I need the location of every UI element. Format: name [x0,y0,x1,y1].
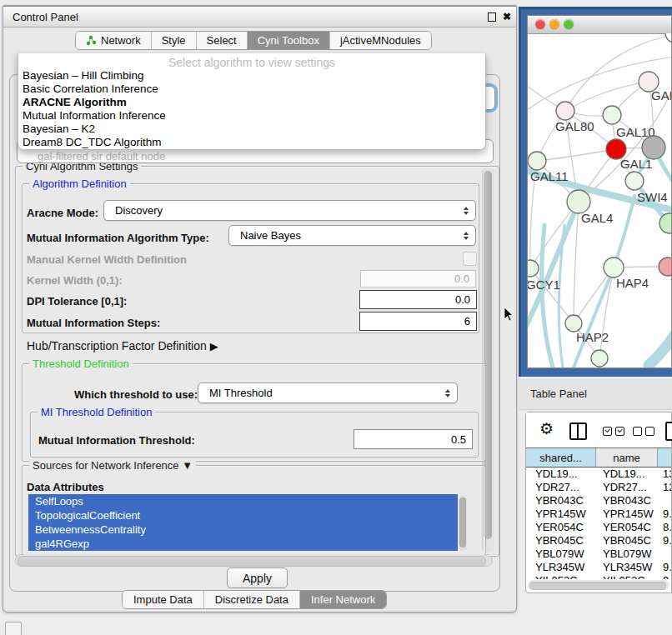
zoom-traffic-light[interactable] [564,19,574,29]
network-node[interactable] [567,190,590,213]
network-node[interactable] [659,258,671,276]
tab-select[interactable]: Select [197,32,248,49]
attribute-list-item[interactable]: SelfLoops [28,494,458,508]
checked-box-icon[interactable] [615,427,624,436]
table-cell: 13 [658,468,671,481]
network-canvas[interactable]: GALGAL80GAL10GAL1GAL11SWI4GAL4GCY1HAP4YH… [528,33,671,368]
attribute-list-item[interactable]: gal4RGexp [28,537,458,551]
column-header-name[interactable]: name [596,448,658,467]
algorithm-option[interactable]: Bayesian – K2 [18,122,485,136]
table-row[interactable]: YDR27...YDR27...12 [526,481,671,494]
table-cell: YBR043C [526,494,596,508]
attribute-list-item[interactable]: TopologicalCoefficient [28,508,458,522]
algorithm-dropdown[interactable]: Select algorithm to view settings Bayesi… [18,53,486,150]
table-row[interactable]: YBR043CYBR043C [526,494,671,508]
tab-cyni-toolbox[interactable]: Cyni Toolbox [248,32,330,49]
algorithm-option[interactable]: Basic Correlation Inference [18,82,485,96]
network-nodes-layer: GALGAL80GAL10GAL1GAL11SWI4GAL4GCY1HAP4YH… [528,33,671,367]
checked-box-icon[interactable] [603,427,612,436]
network-node-label: GAL4 [581,211,613,225]
dpi-tolerance-field[interactable]: 0.0 [359,290,477,309]
hub-transcription-section[interactable]: Hub/Transcription Factor Definition ▶ [27,339,218,352]
network-node[interactable] [565,315,582,332]
tab-label: Impute Data [133,593,193,606]
settings-hscrollbar-thumb[interactable] [18,556,486,567]
table-row[interactable]: YER054CYER054C8. [526,521,671,534]
network-node[interactable] [665,33,671,42]
control-panel-titlebar[interactable]: Control Panel ✖ [3,6,516,28]
manual-kernel-width-checkbox[interactable] [463,252,477,266]
algorithm-option[interactable]: Mutual Information Inference [18,109,485,122]
network-node-label: HAP4 [616,276,649,290]
dpi-tolerance-label: DPI Tolerance [0,1]: [27,295,127,308]
unchecked-box-icon[interactable] [645,427,654,436]
network-node[interactable] [604,258,624,278]
algorithm-option[interactable]: ARACNE Algorithm [18,96,485,109]
apply-button[interactable]: Apply [227,568,288,588]
algorithm-option[interactable]: Bayesian – Hill Climbing [18,69,485,82]
tab-label: Discretize Data [215,593,288,606]
tab-impute-data[interactable]: Impute Data [123,591,204,608]
mi-threshold-field[interactable]: 0.5 [354,429,473,449]
tab-style[interactable]: Style [152,32,197,49]
mouse-cursor [504,307,514,322]
algorithm-dropdown-placeholder: Select algorithm to view settings [18,56,485,69]
network-node[interactable] [625,172,644,190]
tab-discretize-data[interactable]: Discretize Data [204,591,300,608]
attributes-scrollbar-thumb[interactable] [459,498,466,548]
data-attributes-list[interactable]: SelfLoopsTopologicalCoefficientBetweenne… [28,494,458,552]
attribute-list-item[interactable]: BetweennessCentrality [28,522,458,537]
network-node[interactable] [591,350,608,367]
minimize-traffic-light[interactable] [549,19,559,29]
column-header-shared[interactable]: shared... [526,448,596,467]
split-columns-icon[interactable] [569,422,587,440]
table-row[interactable]: YBR045CYBR045C9. [526,534,671,548]
table-row[interactable]: YBL079WYBL079W [526,548,671,561]
collapse-down-icon[interactable]: ▼ [182,459,193,472]
network-node[interactable] [603,106,621,124]
network-graph: GALGAL80GAL10GAL1GAL11SWI4GAL4GCY1HAP4YH… [528,33,671,368]
kernel-width-field[interactable]: 0.0 [360,270,476,288]
sources-title-text: Sources for Network Inference [33,459,179,472]
which-threshold-combo[interactable]: MI Threshold [198,382,458,403]
table-cell [658,494,671,508]
network-window-titlebar[interactable] [528,16,671,34]
table-hscrollbar-thumb[interactable] [529,582,666,590]
table-row[interactable]: YPR145WYPR145W9. [526,508,671,521]
table-row[interactable]: YLR345WYLR345W9. [526,561,671,574]
table-row[interactable]: YIL052CYIL052C9. [526,574,671,579]
mi-algorithm-type-combo[interactable]: Naive Bayes [228,225,476,246]
network-node[interactable] [528,152,546,170]
table-cell: YER054C [596,521,658,534]
sources-title[interactable]: Sources for Network Inference ▼ [29,459,196,472]
float-window-icon[interactable] [488,12,496,22]
table-cell: YIL052C [526,574,596,579]
panel-dock-icon[interactable] [5,622,22,635]
table-cell: YBR043C [596,494,658,508]
column-header-extra[interactable] [658,448,671,467]
network-node[interactable] [528,260,539,277]
gear-icon[interactable]: ⚙ [539,419,554,438]
unchecked-box-icon[interactable] [633,427,642,436]
tab-label: Network [101,34,141,47]
close-traffic-light[interactable] [535,19,545,29]
table-cell: YPR145W [526,508,596,521]
network-node[interactable] [642,136,665,159]
hub-transcription-label: Hub/Transcription Factor Definition [27,339,207,352]
mi-algorithm-type-value: Naive Bayes [240,229,301,242]
expand-right-icon[interactable]: ▶ [210,340,218,352]
tab-jactivemnodules[interactable]: jActiveMNodules [330,32,431,49]
tab-network[interactable]: Network [76,32,152,49]
dpi-tolerance-value: 0.0 [455,293,470,306]
aracne-mode-combo[interactable]: Discovery [103,200,476,221]
control-panel-window: Control Panel ✖ Network Style Select Cyn… [3,5,517,612]
document-icon[interactable] [665,422,672,441]
table-cell: 9. [658,508,671,521]
close-window-icon[interactable]: ✖ [503,11,511,22]
table-cell: YPR145W [596,508,658,521]
mi-steps-field[interactable]: 6 [359,312,477,331]
network-node[interactable] [556,102,574,120]
table-row[interactable]: YDL19...YDL19...13 [526,468,671,481]
tab-infer-network[interactable]: Infer Network [300,591,386,608]
algorithm-option[interactable]: Dream8 DC_TDC Algorithm [18,136,485,149]
